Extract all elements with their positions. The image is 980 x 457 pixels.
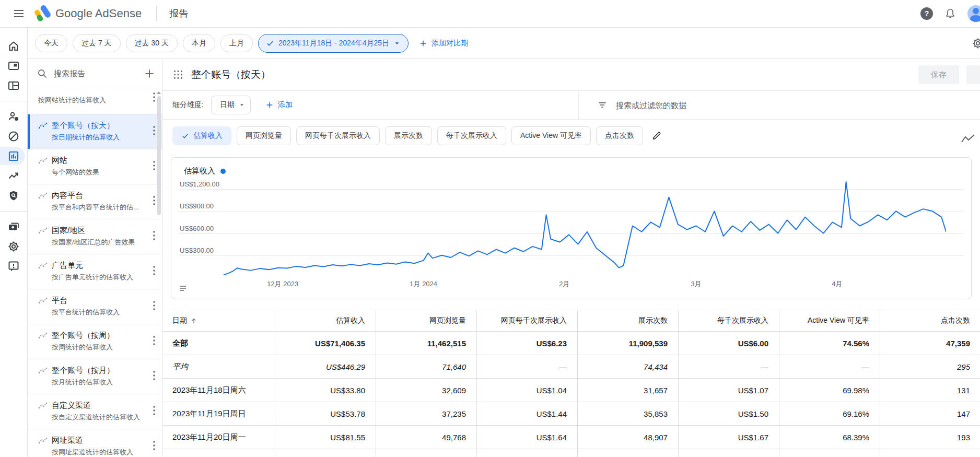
feedback-icon (7, 260, 20, 273)
rail-item-settings[interactable] (0, 237, 27, 256)
metric-chip-0[interactable]: 估算收入 (172, 126, 231, 145)
report-item-subtitle: 按自定义渠道统计的估算收入 (38, 413, 146, 422)
table-row[interactable]: 2023年11月18日周六US$33.8032,609US$1.0431,657… (162, 379, 980, 402)
scroll-up-arrow[interactable] (157, 91, 161, 94)
report-list-item[interactable]: 平台按平台统计的估算收入 (28, 289, 162, 324)
row-label-cell: 2023年11月21日周二 (162, 449, 275, 457)
panel-scrollbar[interactable] (156, 91, 161, 215)
new-report-plus-icon[interactable] (144, 68, 155, 79)
more-options-kebab-icon[interactable] (150, 405, 158, 418)
more-options-kebab-icon[interactable] (150, 370, 158, 383)
date-range-selector[interactable]: 2023年11月18日 - 2024年4月25日 (258, 34, 409, 53)
table-row[interactable]: 2023年11月21日周二US$127.2150,249US$2.5350,95… (162, 449, 980, 457)
check-icon (181, 132, 189, 140)
metric-chip-2[interactable]: 网页每千次展示收入 (296, 126, 380, 145)
date-preset-1[interactable]: 过去 7 天 (73, 34, 121, 52)
table-header-cell[interactable]: 日期 (162, 310, 275, 331)
reports-icon (7, 150, 20, 162)
metric-chip-1[interactable]: 网页浏览量 (237, 126, 291, 145)
account-avatar[interactable] (967, 5, 980, 22)
report-item-subtitle: 按广告单元统计的估算收入 (38, 273, 146, 282)
date-preset-4[interactable]: 上月 (220, 34, 253, 52)
adsense-logo[interactable]: Google AdSense (33, 5, 142, 22)
row-value-cell: 68.83% (779, 449, 880, 457)
metric-chip-3[interactable]: 展示次数 (385, 126, 432, 145)
rail-item-sites[interactable] (0, 76, 27, 96)
metric-chip-5[interactable]: Active View 可见率 (511, 126, 591, 145)
date-preset-3[interactable]: 本月 (183, 34, 215, 52)
more-options-kebab-icon[interactable] (150, 440, 158, 453)
table-row[interactable]: 全部US$71,406.3511,462,515US$6.2311,909,53… (162, 332, 980, 355)
table-row[interactable]: 2023年11月19日周日US$53.7837,235US$1.4435,853… (162, 402, 980, 426)
save-button[interactable]: 保存 (918, 65, 959, 84)
report-list-item-partial[interactable]: 按网站统计的估算收入 (28, 88, 162, 114)
rail-item-home[interactable] (0, 36, 27, 56)
metric-chip-4[interactable]: 每千次展示收入 (437, 126, 506, 145)
date-preset-2[interactable]: 过去 30 天 (126, 34, 178, 52)
report-item-subtitle: 按平台和内容平台统计的估... (38, 203, 146, 212)
add-comparison-button[interactable]: 添加对比期 (419, 39, 468, 48)
report-list-item[interactable]: 内容平台按平台和内容平台统计的估... (28, 184, 162, 219)
report-item-title-row: 整个账号（按月） (38, 366, 146, 376)
help-icon[interactable]: ? (920, 7, 933, 20)
add-dimension-label: 添加 (278, 100, 293, 110)
dimension-select[interactable]: 日期 (211, 96, 251, 114)
rail-item-blocking[interactable] (0, 126, 27, 146)
chart-x-axis: 12月 20231月 20242月3月4月 (171, 277, 971, 291)
table-header-cell[interactable]: 估算收入 (275, 310, 376, 331)
x-axis-month-label: 4月 (832, 279, 842, 289)
scrollbar-thumb[interactable] (157, 96, 161, 215)
rail-item-ads[interactable] (0, 56, 27, 76)
report-list-item[interactable]: 整个账号（按月）按月统计的估算收入 (28, 359, 162, 394)
table-row[interactable]: 2023年11月20日周一US$81.5549,768US$1.6448,907… (162, 426, 980, 449)
row-value-cell: 50,950 (577, 449, 678, 457)
chart-toggle-icon[interactable] (961, 134, 975, 147)
row-value-cell: US$6.23 (476, 332, 577, 355)
rail-item-payments[interactable] (0, 217, 27, 237)
rail-item-optimization[interactable] (0, 166, 27, 186)
report-item-title: 自定义渠道 (52, 401, 91, 411)
table-header-cell[interactable]: 点击次数 (880, 310, 980, 331)
rail-item-brand-safety[interactable] (0, 107, 27, 126)
more-options-kebab-icon[interactable] (150, 230, 158, 243)
metric-chip-6[interactable]: 点击次数 (596, 126, 643, 145)
data-filter-input[interactable] (616, 101, 980, 110)
more-options-kebab-icon[interactable] (150, 335, 158, 348)
hamburger-menu-icon[interactable] (8, 3, 29, 24)
table-header-cell[interactable]: 网页浏览量 (376, 310, 476, 331)
report-list-item[interactable]: 自定义渠道按自定义渠道统计的估算收入 (28, 394, 162, 429)
report-list-item[interactable]: 广告单元按广告单元统计的估算收入 (28, 254, 162, 289)
table-header-cell[interactable]: 网页每千次展示收入 (476, 310, 577, 331)
row-value-cell: 50,249 (376, 449, 476, 457)
table-row[interactable]: 平均US$446.2971,640—74,434——295 (162, 355, 980, 379)
table-header-cell[interactable]: Active View 可见率 (779, 310, 880, 331)
report-search-input[interactable] (54, 69, 138, 78)
report-list-item[interactable]: 整个账号（按天）按日期统计的估算收入 (28, 114, 162, 149)
report-list-item[interactable]: 网址渠道按网址渠道统计的估算收入 (28, 429, 162, 457)
notifications-bell-icon[interactable] (944, 8, 956, 19)
report-item-title: 整个账号（按周） (52, 331, 114, 341)
report-list-item[interactable]: 整个账号（按周）按周统计的估算收入 (28, 324, 162, 359)
rail-item-reports[interactable] (0, 146, 27, 166)
more-options-kebab-icon[interactable] (150, 265, 158, 278)
line-chart-plot[interactable]: US$300.00US$600.00US$900.00US$1,200.00 (171, 178, 971, 277)
edit-metrics-pencil-icon[interactable] (651, 131, 662, 141)
report-item-subtitle: 按月统计的估算收入 (38, 378, 146, 387)
report-list-item[interactable]: 国家/地区按国家/地区汇总的广告效果 (28, 219, 162, 254)
table-header-cell[interactable]: 展示次数 (577, 310, 678, 331)
add-dimension-button[interactable]: 添加 (265, 100, 293, 110)
row-value-cell: 32,609 (376, 379, 476, 402)
chart-menu-icon[interactable] (179, 284, 187, 295)
date-preset-0[interactable]: 今天 (35, 34, 67, 52)
report-item-title: 广告单元 (52, 261, 83, 271)
more-options-kebab-icon[interactable] (150, 300, 158, 313)
drag-grid-icon[interactable] (172, 69, 184, 80)
report-item-title-row: 整个账号（按天） (38, 121, 146, 131)
clipped-button[interactable] (966, 65, 980, 84)
rail-item-feedback[interactable] (0, 256, 27, 276)
report-item-title: 国家/地区 (52, 226, 85, 236)
report-settings-gear-icon[interactable] (972, 37, 980, 52)
table-header-cell[interactable]: 每千次展示收入 (678, 310, 779, 331)
report-list-item[interactable]: 网站每个网站的效果 (28, 149, 162, 184)
rail-item-policy-center[interactable] (0, 186, 27, 206)
